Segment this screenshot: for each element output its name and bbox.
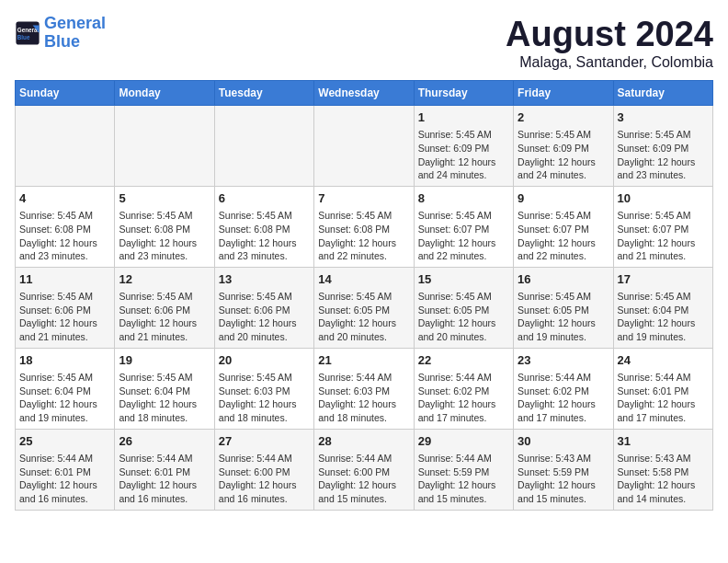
- day-number: 12: [119, 271, 210, 288]
- day-info: Sunrise: 5:45 AM Sunset: 6:09 PM Dayligh…: [618, 128, 709, 182]
- logo-text: GeneralBlue: [44, 15, 106, 52]
- day-info: Sunrise: 5:45 AM Sunset: 6:04 PM Dayligh…: [19, 371, 110, 425]
- weekday-header-monday: Monday: [115, 81, 214, 106]
- calendar-cell: 28Sunrise: 5:44 AM Sunset: 6:00 PM Dayli…: [314, 429, 414, 510]
- day-info: Sunrise: 5:45 AM Sunset: 6:05 PM Dayligh…: [318, 290, 409, 344]
- day-info: Sunrise: 5:44 AM Sunset: 6:02 PM Dayligh…: [518, 371, 609, 425]
- calendar-week-1: 1Sunrise: 5:45 AM Sunset: 6:09 PM Daylig…: [16, 106, 713, 187]
- day-number: 8: [418, 190, 509, 207]
- logo-icon: General Blue: [15, 20, 40, 46]
- calendar-cell: 6Sunrise: 5:45 AM Sunset: 6:08 PM Daylig…: [214, 186, 313, 267]
- day-info: Sunrise: 5:45 AM Sunset: 6:09 PM Dayligh…: [418, 128, 509, 182]
- calendar-cell: [214, 106, 313, 187]
- day-number: 30: [518, 433, 609, 450]
- calendar-cell: 5Sunrise: 5:45 AM Sunset: 6:08 PM Daylig…: [115, 186, 214, 267]
- day-number: 14: [318, 271, 409, 288]
- subtitle: Malaga, Santander, Colombia: [506, 54, 713, 71]
- calendar-cell: [314, 106, 414, 187]
- day-info: Sunrise: 5:45 AM Sunset: 6:08 PM Dayligh…: [219, 209, 310, 263]
- day-info: Sunrise: 5:45 AM Sunset: 6:06 PM Dayligh…: [19, 290, 110, 344]
- day-info: Sunrise: 5:43 AM Sunset: 5:59 PM Dayligh…: [518, 452, 609, 506]
- day-number: 2: [518, 109, 609, 126]
- day-info: Sunrise: 5:45 AM Sunset: 6:08 PM Dayligh…: [318, 209, 409, 263]
- calendar-cell: [115, 106, 214, 187]
- day-info: Sunrise: 5:44 AM Sunset: 6:01 PM Dayligh…: [19, 452, 110, 506]
- calendar-cell: 8Sunrise: 5:45 AM Sunset: 6:07 PM Daylig…: [414, 186, 513, 267]
- day-number: 13: [219, 271, 310, 288]
- calendar-cell: 19Sunrise: 5:45 AM Sunset: 6:04 PM Dayli…: [115, 348, 214, 429]
- calendar-cell: 20Sunrise: 5:45 AM Sunset: 6:03 PM Dayli…: [214, 348, 313, 429]
- day-number: 17: [618, 271, 709, 288]
- calendar-cell: 14Sunrise: 5:45 AM Sunset: 6:05 PM Dayli…: [314, 267, 414, 348]
- day-number: 23: [518, 352, 609, 369]
- calendar-week-5: 25Sunrise: 5:44 AM Sunset: 6:01 PM Dayli…: [16, 429, 713, 510]
- day-info: Sunrise: 5:44 AM Sunset: 6:00 PM Dayligh…: [219, 452, 310, 506]
- day-info: Sunrise: 5:45 AM Sunset: 6:08 PM Dayligh…: [19, 209, 110, 263]
- calendar-cell: 23Sunrise: 5:44 AM Sunset: 6:02 PM Dayli…: [514, 348, 613, 429]
- day-info: Sunrise: 5:45 AM Sunset: 6:08 PM Dayligh…: [119, 209, 210, 263]
- calendar-cell: 11Sunrise: 5:45 AM Sunset: 6:06 PM Dayli…: [16, 267, 115, 348]
- day-info: Sunrise: 5:45 AM Sunset: 6:05 PM Dayligh…: [518, 290, 609, 344]
- day-number: 28: [318, 433, 409, 450]
- calendar-cell: 3Sunrise: 5:45 AM Sunset: 6:09 PM Daylig…: [613, 106, 712, 187]
- day-number: 21: [318, 352, 409, 369]
- calendar-cell: 22Sunrise: 5:44 AM Sunset: 6:02 PM Dayli…: [414, 348, 513, 429]
- day-info: Sunrise: 5:45 AM Sunset: 6:04 PM Dayligh…: [618, 290, 709, 344]
- calendar-cell: 25Sunrise: 5:44 AM Sunset: 6:01 PM Dayli…: [16, 429, 115, 510]
- calendar-week-3: 11Sunrise: 5:45 AM Sunset: 6:06 PM Dayli…: [16, 267, 713, 348]
- weekday-header-thursday: Thursday: [414, 81, 513, 106]
- calendar-cell: 1Sunrise: 5:45 AM Sunset: 6:09 PM Daylig…: [414, 106, 513, 187]
- day-number: 19: [119, 352, 210, 369]
- day-number: 7: [318, 190, 409, 207]
- day-info: Sunrise: 5:45 AM Sunset: 6:07 PM Dayligh…: [518, 209, 609, 263]
- title-area: August 2024 Malaga, Santander, Colombia: [506, 15, 713, 71]
- day-info: Sunrise: 5:45 AM Sunset: 6:07 PM Dayligh…: [418, 209, 509, 263]
- day-number: 15: [418, 271, 509, 288]
- logo: General Blue GeneralBlue: [15, 15, 106, 52]
- day-number: 26: [119, 433, 210, 450]
- day-info: Sunrise: 5:45 AM Sunset: 6:09 PM Dayligh…: [518, 128, 609, 182]
- weekday-header-friday: Friday: [514, 81, 613, 106]
- day-number: 1: [418, 109, 509, 126]
- calendar-cell: 17Sunrise: 5:45 AM Sunset: 6:04 PM Dayli…: [613, 267, 712, 348]
- day-number: 24: [618, 352, 709, 369]
- calendar-cell: [16, 106, 115, 187]
- day-number: 25: [19, 433, 110, 450]
- main-title: August 2024: [506, 15, 713, 54]
- svg-text:Blue: Blue: [17, 34, 30, 40]
- day-number: 6: [219, 190, 310, 207]
- calendar-cell: 16Sunrise: 5:45 AM Sunset: 6:05 PM Dayli…: [514, 267, 613, 348]
- calendar-cell: 7Sunrise: 5:45 AM Sunset: 6:08 PM Daylig…: [314, 186, 414, 267]
- header: General Blue GeneralBlue August 2024 Mal…: [15, 15, 713, 71]
- day-info: Sunrise: 5:44 AM Sunset: 6:02 PM Dayligh…: [418, 371, 509, 425]
- day-info: Sunrise: 5:44 AM Sunset: 5:59 PM Dayligh…: [418, 452, 509, 506]
- day-number: 3: [618, 109, 709, 126]
- calendar-cell: 12Sunrise: 5:45 AM Sunset: 6:06 PM Dayli…: [115, 267, 214, 348]
- day-info: Sunrise: 5:45 AM Sunset: 6:05 PM Dayligh…: [418, 290, 509, 344]
- svg-rect-0: [16, 21, 39, 44]
- day-info: Sunrise: 5:45 AM Sunset: 6:06 PM Dayligh…: [119, 290, 210, 344]
- day-number: 29: [418, 433, 509, 450]
- day-info: Sunrise: 5:44 AM Sunset: 6:03 PM Dayligh…: [318, 371, 409, 425]
- calendar-cell: 4Sunrise: 5:45 AM Sunset: 6:08 PM Daylig…: [16, 186, 115, 267]
- weekday-header-tuesday: Tuesday: [214, 81, 313, 106]
- calendar-table: SundayMondayTuesdayWednesdayThursdayFrid…: [15, 80, 713, 511]
- day-info: Sunrise: 5:45 AM Sunset: 6:07 PM Dayligh…: [618, 209, 709, 263]
- calendar-cell: 26Sunrise: 5:44 AM Sunset: 6:01 PM Dayli…: [115, 429, 214, 510]
- day-info: Sunrise: 5:45 AM Sunset: 6:03 PM Dayligh…: [219, 371, 310, 425]
- day-number: 22: [418, 352, 509, 369]
- calendar-cell: 31Sunrise: 5:43 AM Sunset: 5:58 PM Dayli…: [613, 429, 712, 510]
- day-info: Sunrise: 5:44 AM Sunset: 6:01 PM Dayligh…: [618, 371, 709, 425]
- calendar-cell: 24Sunrise: 5:44 AM Sunset: 6:01 PM Dayli…: [613, 348, 712, 429]
- calendar-cell: 9Sunrise: 5:45 AM Sunset: 6:07 PM Daylig…: [514, 186, 613, 267]
- day-number: 9: [518, 190, 609, 207]
- calendar-week-2: 4Sunrise: 5:45 AM Sunset: 6:08 PM Daylig…: [16, 186, 713, 267]
- calendar-week-4: 18Sunrise: 5:45 AM Sunset: 6:04 PM Dayli…: [16, 348, 713, 429]
- day-number: 4: [19, 190, 110, 207]
- day-number: 27: [219, 433, 310, 450]
- day-info: Sunrise: 5:45 AM Sunset: 6:06 PM Dayligh…: [219, 290, 310, 344]
- calendar-cell: 27Sunrise: 5:44 AM Sunset: 6:00 PM Dayli…: [214, 429, 313, 510]
- day-number: 11: [19, 271, 110, 288]
- day-number: 31: [618, 433, 709, 450]
- weekday-header-saturday: Saturday: [613, 81, 712, 106]
